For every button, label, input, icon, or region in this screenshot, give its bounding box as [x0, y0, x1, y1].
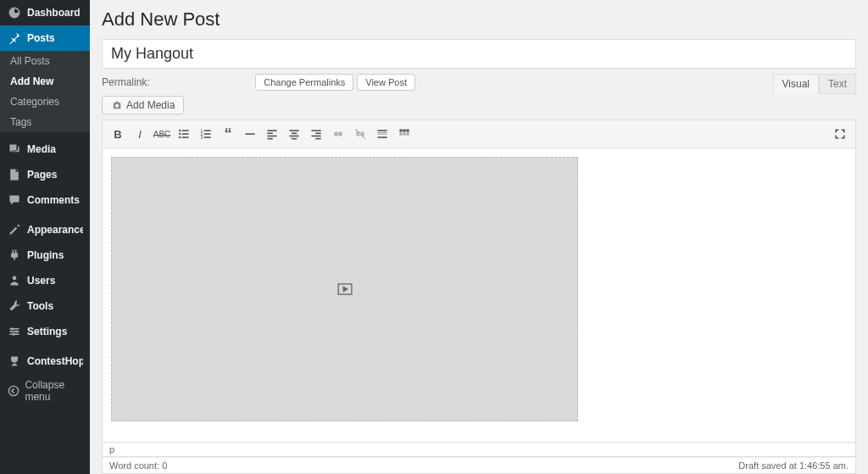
svg-rect-25 [267, 138, 272, 140]
sidebar-label: Users [27, 275, 55, 287]
svg-rect-38 [377, 134, 387, 135]
sidebar-label: Comments [27, 194, 80, 206]
submenu-all-posts[interactable]: All Posts [0, 51, 90, 71]
sidebar-item-posts[interactable]: Posts [0, 25, 90, 51]
sidebar-item-dashboard[interactable]: Dashboard [0, 0, 90, 25]
blockquote-button[interactable]: “ [218, 124, 238, 144]
svg-rect-42 [406, 129, 409, 131]
sidebar-label: Settings [27, 326, 67, 337]
sidebar-label: Appearance [27, 224, 83, 236]
add-media-button[interactable]: Add Media [102, 96, 184, 114]
view-post-button[interactable]: View Post [357, 74, 415, 91]
svg-point-4 [11, 327, 14, 330]
hr-button[interactable] [240, 124, 260, 144]
align-right-button[interactable] [306, 124, 326, 144]
sidebar-item-contesthopper[interactable]: ContestHopper [0, 349, 90, 374]
submenu-categories[interactable]: Categories [0, 92, 90, 112]
svg-rect-28 [289, 136, 298, 137]
sidebar-label: ContestHopper [27, 355, 83, 367]
add-media-label: Add Media [126, 99, 175, 111]
main-content: Add New Post Permalink: Change Permalink… [90, 0, 868, 474]
svg-rect-20 [204, 137, 211, 138]
tab-visual[interactable]: Visual [773, 74, 819, 94]
svg-rect-26 [289, 130, 298, 131]
sidebar-label: Media [27, 143, 56, 155]
sidebar-item-pages[interactable]: Pages [0, 162, 90, 187]
svg-rect-43 [399, 132, 402, 135]
svg-rect-23 [267, 132, 272, 134]
sidebar-label: Pages [27, 169, 57, 181]
sidebar-item-users[interactable]: Users [0, 268, 90, 293]
users-icon [7, 273, 22, 288]
svg-point-0 [13, 276, 17, 280]
svg-rect-24 [267, 136, 276, 137]
change-permalinks-button[interactable]: Change Permalinks [255, 74, 353, 91]
draft-saved: Draft saved at 1:46:55 am. [738, 460, 849, 471]
svg-rect-39 [377, 137, 387, 138]
pages-icon [7, 167, 22, 182]
svg-point-11 [179, 133, 181, 135]
submenu-tags[interactable]: Tags [0, 112, 90, 132]
svg-rect-30 [311, 130, 320, 131]
sidebar-label: Plugins [27, 249, 64, 261]
admin-sidebar: Dashboard Posts All Posts Add New Catego… [0, 0, 90, 474]
sidebar-item-comments[interactable]: Comments [0, 187, 90, 213]
collapse-icon [7, 383, 19, 399]
strikethrough-button[interactable]: ABC [152, 124, 172, 144]
editor-path: p [102, 443, 856, 457]
svg-rect-12 [182, 133, 189, 135]
sidebar-item-settings[interactable]: Settings [0, 319, 90, 344]
svg-rect-21 [245, 133, 254, 135]
svg-point-5 [15, 330, 18, 332]
link-button[interactable] [328, 124, 348, 144]
post-title-input[interactable] [102, 39, 856, 69]
submenu-add-new[interactable]: Add New [0, 71, 90, 92]
trophy-icon [7, 354, 22, 369]
svg-rect-22 [267, 130, 276, 131]
ordered-list-button[interactable]: 123 [196, 124, 216, 144]
plugins-icon [7, 248, 22, 263]
svg-text:3: 3 [201, 136, 203, 140]
svg-rect-37 [377, 132, 387, 133]
sidebar-item-appearance[interactable]: Appearance [0, 217, 90, 243]
more-button[interactable] [372, 124, 392, 144]
media-placeholder[interactable] [111, 157, 578, 421]
collapse-label: Collapse menu [25, 379, 83, 403]
page-title: Add New Post [102, 8, 856, 31]
svg-rect-14 [182, 137, 189, 138]
toolbar-toggle-button[interactable] [394, 124, 415, 144]
tools-icon [7, 298, 22, 314]
align-center-button[interactable] [284, 124, 304, 144]
sidebar-item-media[interactable]: Media [0, 137, 90, 162]
svg-point-7 [8, 386, 18, 395]
distraction-free-button[interactable] [830, 124, 850, 144]
editor-toolbar: B I ABC 123 “ [102, 120, 856, 148]
bold-button[interactable]: B [108, 124, 128, 144]
permalink-label: Permalink: [102, 76, 150, 88]
sidebar-label: Dashboard [27, 7, 81, 19]
sidebar-label: Posts [27, 32, 55, 44]
pin-icon [7, 31, 22, 46]
svg-point-8 [115, 104, 119, 108]
italic-button[interactable]: I [130, 124, 150, 144]
svg-rect-29 [292, 138, 297, 140]
comments-icon [7, 192, 22, 208]
sidebar-item-plugins[interactable]: Plugins [0, 243, 90, 268]
sidebar-label: Tools [27, 300, 53, 312]
editor-content[interactable] [102, 148, 856, 443]
svg-rect-27 [292, 132, 297, 134]
unlink-button[interactable] [350, 124, 370, 144]
svg-point-6 [13, 333, 15, 336]
word-count: Word count: 0 [109, 460, 167, 471]
collapse-menu[interactable]: Collapse menu [0, 374, 90, 408]
align-left-button[interactable] [262, 124, 282, 144]
svg-rect-10 [182, 130, 189, 131]
camera-icon [111, 99, 123, 111]
sidebar-item-tools[interactable]: Tools [0, 293, 90, 319]
tab-text[interactable]: Text [819, 74, 856, 94]
unordered-list-button[interactable] [174, 124, 194, 144]
svg-rect-18 [204, 133, 211, 135]
svg-rect-45 [406, 132, 409, 135]
svg-rect-34 [337, 133, 341, 135]
svg-point-13 [179, 137, 181, 138]
